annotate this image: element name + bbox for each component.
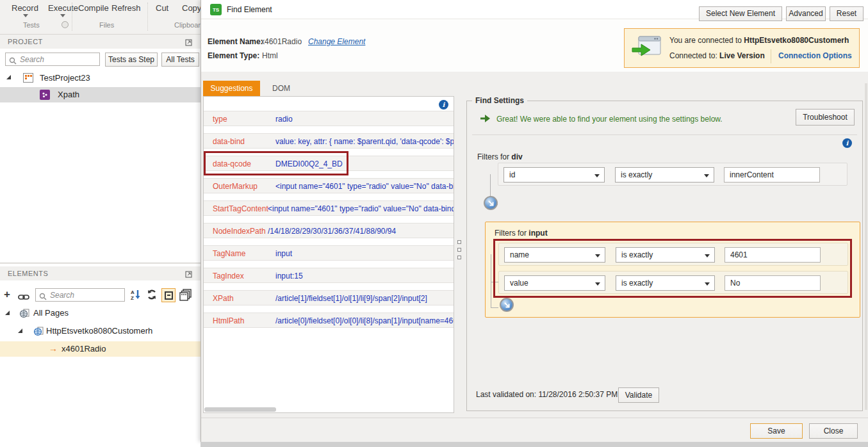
- suggestions-table: i typeradio data-bindvalue: key, attr: {…: [203, 96, 454, 413]
- test-studio-icon: TS: [210, 4, 222, 15]
- add-filter-button[interactable]: [484, 196, 498, 210]
- suggestion-row-xpath[interactable]: XPath/article[1]/fieldset[1]/ol[1]/li[9]…: [204, 290, 454, 305]
- project-search-box[interactable]: [5, 53, 100, 66]
- execute-button[interactable]: Execute: [48, 3, 78, 13]
- suggestion-row-starttagcontent[interactable]: StartTagContent<input name="4601" type="…: [204, 200, 454, 216]
- dialog-header: Element Name: x4601Radio Change Element …: [201, 19, 868, 72]
- popout-icon[interactable]: [185, 269, 192, 280]
- find-settings-legend: Find Settings: [472, 96, 527, 105]
- expander-icon[interactable]: [5, 311, 10, 315]
- troubleshoot-button[interactable]: Troubleshoot: [796, 109, 855, 126]
- save-button[interactable]: Save: [750, 423, 803, 439]
- element-type-value: Html: [262, 51, 278, 60]
- copy-button[interactable]: Copy: [182, 3, 201, 13]
- select-value: is exactly: [621, 170, 652, 179]
- element-name-label: Element Name:: [208, 37, 263, 46]
- ribbon: Record Execute Compile Refresh Cut Copy …: [0, 0, 201, 35]
- tab-suggestions[interactable]: Suggestions: [203, 81, 260, 96]
- suggestion-row-tagindex[interactable]: TagIndexinput:15: [204, 268, 454, 283]
- elements-search-box[interactable]: [35, 288, 125, 302]
- info-icon[interactable]: i: [842, 138, 852, 148]
- tree-item-xpath[interactable]: Xpath: [0, 87, 201, 102]
- pages-stack-icon[interactable]: [179, 289, 192, 304]
- horizontal-scrollbar-thumb[interactable]: [204, 407, 276, 412]
- tab-dom[interactable]: DOM: [260, 81, 302, 96]
- validate-button[interactable]: Validate: [618, 387, 659, 403]
- element-type-label: Element Type:: [208, 51, 259, 60]
- suggestion-key: StartTagContent: [213, 204, 268, 213]
- tree-item-all-pages[interactable]: All Pages: [0, 306, 201, 320]
- clipboard-group-label: Clipboard: [174, 21, 201, 29]
- elements-panel-title: ELEMENTS: [8, 270, 48, 277]
- div-filter-value-input[interactable]: [724, 167, 820, 183]
- panel-divider: [0, 263, 201, 264]
- tests-as-step-button[interactable]: Tests as Step: [105, 53, 158, 67]
- connected-to-text: Connected to: Live Version: [669, 51, 765, 60]
- connection-options-link[interactable]: Connection Options: [778, 51, 852, 60]
- tree-item-label: Xpath: [58, 90, 79, 99]
- suggestion-row-nodeindexpath[interactable]: NodeIndexPath/14/18/28/29/30/31/36/37/41…: [204, 223, 454, 238]
- svg-text:A: A: [131, 289, 135, 295]
- tree-item-x4601radio[interactable]: → x4601Radio: [0, 341, 201, 357]
- project-panel-header: PROJECT: [0, 35, 201, 49]
- cut-button[interactable]: Cut: [156, 3, 168, 13]
- close-button[interactable]: Close: [809, 423, 858, 439]
- sort-az-icon[interactable]: AZ: [130, 288, 142, 304]
- svg-text:Z: Z: [131, 295, 134, 301]
- refresh-button[interactable]: Refresh: [111, 3, 141, 13]
- select-new-element-button[interactable]: Select New Element: [699, 6, 782, 21]
- pane-splitter[interactable]: [457, 240, 462, 263]
- all-tests-button[interactable]: All Tests: [161, 53, 199, 67]
- connection-target: HttpEtsvetko8080Customerh: [744, 36, 849, 45]
- suggestion-value: radio: [275, 115, 293, 124]
- compile-button[interactable]: Compile: [78, 3, 109, 13]
- change-element-link[interactable]: Change Element: [308, 37, 365, 46]
- link-icon[interactable]: [18, 291, 29, 303]
- add-element-icon[interactable]: +: [4, 288, 10, 301]
- expander-icon[interactable]: [6, 75, 11, 79]
- search-icon: [9, 56, 17, 67]
- dialog-footer: Save Close: [201, 418, 868, 442]
- suggestion-key: data-bind: [213, 137, 245, 146]
- reset-button[interactable]: Reset: [830, 6, 864, 21]
- info-icon[interactable]: i: [439, 100, 448, 110]
- files-group-label: Files: [99, 21, 114, 29]
- tree-item-testproject[interactable]: TestProject23: [0, 70, 201, 86]
- elements-search-input[interactable]: [50, 289, 123, 300]
- highlight-toggle-icon[interactable]: [161, 288, 176, 302]
- tree-item-page[interactable]: HttpEtsvetko8080Customerh: [0, 324, 201, 338]
- tree-item-label: HttpEtsvetko8080Customerh: [46, 326, 152, 336]
- expander-icon[interactable]: [18, 329, 22, 333]
- select-value: id: [509, 170, 515, 179]
- browser-connection-icon: [631, 34, 663, 66]
- record-button[interactable]: Record: [12, 3, 38, 13]
- suggestion-value: <input name="4601" type="radio" value="N…: [268, 204, 454, 213]
- refresh-elements-icon[interactable]: [146, 289, 158, 303]
- suggestion-value: /14/18/28/29/30/31/36/37/41/88/90/94: [268, 227, 396, 236]
- vertical-scrollbar[interactable]: [865, 83, 867, 410]
- div-filter-operator-select[interactable]: is exactly: [615, 167, 714, 183]
- tests-group-launcher-icon[interactable]: [61, 21, 69, 28]
- add-filter-button[interactable]: [500, 298, 514, 312]
- find-element-dialog: TS Find Element × Element Name: x4601Rad…: [201, 0, 868, 442]
- project-search-input[interactable]: [20, 54, 98, 65]
- minus-square-glyph: [165, 291, 173, 300]
- suggestion-row-htmlpath[interactable]: HtmlPath/article[0]/fieldset[0]/ol[0]/li…: [204, 313, 454, 328]
- element-arrow-icon: →: [49, 343, 58, 354]
- suggestion-row-type[interactable]: typeradio: [204, 111, 454, 126]
- green-arrow-icon: [480, 114, 491, 126]
- suggestion-row-data-bind[interactable]: data-bindvalue: key, attr: { name: $pare…: [204, 133, 454, 149]
- elements-panel-header: ELEMENTS: [0, 266, 201, 280]
- execute-dropdown-icon[interactable]: [60, 14, 65, 17]
- ribbon-separator: [72, 3, 72, 31]
- globe-page-icon: [19, 308, 29, 320]
- suggestion-row-outermarkup[interactable]: OuterMarkup<input name="4601" type="radi…: [204, 178, 454, 193]
- advanced-button[interactable]: Advanced: [786, 6, 826, 21]
- record-dropdown-icon[interactable]: [23, 14, 28, 17]
- div-filter-field-select[interactable]: id: [504, 167, 605, 183]
- popout-icon[interactable]: [185, 37, 192, 49]
- connected-to-value: Live Version: [719, 51, 765, 60]
- suggestion-row-tagname[interactable]: TagNameinput: [204, 245, 454, 261]
- suggestion-value: input:15: [275, 272, 303, 280]
- separator: [472, 134, 857, 135]
